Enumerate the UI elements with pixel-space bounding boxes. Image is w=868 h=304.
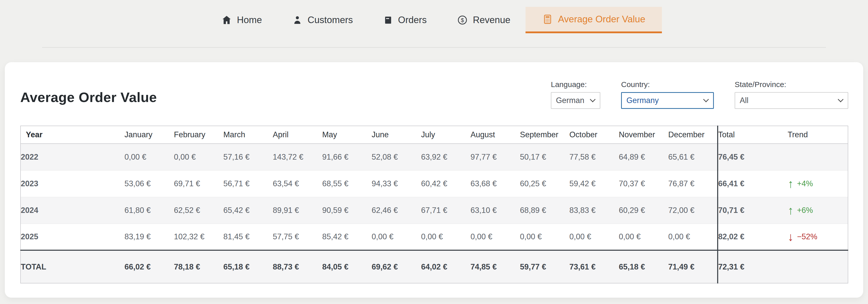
nav-item-orders[interactable]: Orders — [383, 7, 427, 33]
month-value-cell: 77,58 € — [569, 144, 619, 170]
table-row: 20220,00 €0,00 €57,16 €143,72 €91,66 €52… — [21, 144, 848, 170]
nav-item-average-order-value[interactable]: Average Order Value — [526, 7, 662, 33]
orders-icon — [383, 15, 393, 25]
chevron-down-icon — [703, 96, 709, 102]
month-value-cell: 94,33 € — [372, 170, 421, 197]
trend-cell: ↓−52% — [788, 224, 848, 250]
month-value-cell: 69,71 € — [174, 170, 223, 197]
year-cell: 2023 — [21, 170, 124, 197]
month-value-cell: 67,71 € — [421, 197, 470, 224]
month-value-cell: 64,89 € — [619, 144, 668, 170]
card-header: Average Order Value Language: German Cou… — [20, 62, 848, 109]
month-value-cell: 60,25 € — [520, 170, 569, 197]
month-value-cell: 59,77 € — [520, 250, 569, 283]
month-value-cell: 57,16 € — [223, 144, 273, 170]
month-value-cell: 81,45 € — [223, 224, 273, 250]
column-header-february: February — [174, 126, 223, 144]
month-value-cell: 71,49 € — [668, 250, 718, 283]
trend-cell — [788, 250, 848, 283]
nav-row: HomeCustomersOrders$RevenueAverage Order… — [0, 0, 868, 33]
column-header-total: Total — [718, 126, 788, 144]
nav-item-customers[interactable]: Customers — [292, 7, 353, 33]
month-value-cell: 69,62 € — [372, 250, 421, 283]
year-cell: TOTAL — [21, 250, 124, 283]
month-value-cell: 78,18 € — [174, 250, 223, 283]
page-title: Average Order Value — [20, 89, 157, 105]
trend-up-arrow-icon: ↑ — [788, 204, 794, 216]
month-value-cell: 63,54 € — [273, 170, 322, 197]
month-value-cell: 68,55 € — [322, 170, 372, 197]
month-value-cell: 90,59 € — [322, 197, 372, 224]
month-value-cell: 102,32 € — [174, 224, 223, 250]
month-value-cell: 89,91 € — [273, 197, 322, 224]
month-value-cell: 56,71 € — [223, 170, 273, 197]
month-value-cell: 143,72 € — [273, 144, 322, 170]
month-value-cell: 88,73 € — [273, 250, 322, 283]
nav-item-label: Average Order Value — [558, 14, 645, 25]
month-value-cell: 0,00 € — [569, 224, 619, 250]
year-cell: 2022 — [21, 144, 124, 170]
month-value-cell: 97,77 € — [470, 144, 520, 170]
total-value-cell: 70,71 € — [718, 197, 788, 224]
column-header-january: January — [124, 126, 174, 144]
chevron-down-icon — [838, 96, 844, 102]
month-value-cell: 65,42 € — [223, 197, 273, 224]
svg-text:$: $ — [461, 17, 464, 23]
trend-label: −52% — [797, 232, 817, 241]
table-header-row: YearJanuaryFebruaryMarchAprilMayJuneJuly… — [21, 126, 848, 144]
month-value-cell: 0,00 € — [520, 224, 569, 250]
month-value-cell: 68,89 € — [520, 197, 569, 224]
nav-item-label: Revenue — [473, 15, 510, 25]
nav-item-revenue[interactable]: $Revenue — [457, 7, 510, 33]
top-navigation: HomeCustomersOrders$RevenueAverage Order… — [0, 0, 868, 48]
month-value-cell: 63,68 € — [470, 170, 520, 197]
chevron-down-icon — [590, 96, 596, 102]
month-value-cell: 70,37 € — [619, 170, 668, 197]
month-value-cell: 83,19 € — [124, 224, 174, 250]
month-value-cell: 61,80 € — [124, 197, 174, 224]
table-row: 202353,06 €69,71 €56,71 €63,54 €68,55 €9… — [21, 170, 848, 197]
customers-icon — [292, 15, 303, 25]
column-header-june: June — [372, 126, 421, 144]
month-value-cell: 72,00 € — [668, 197, 718, 224]
state-label: State/Province: — [735, 80, 848, 89]
year-cell: 2025 — [21, 224, 124, 250]
column-header-may: May — [322, 126, 372, 144]
month-value-cell: 60,42 € — [421, 170, 470, 197]
total-value-cell: 66,41 € — [718, 170, 788, 197]
month-value-cell: 64,02 € — [421, 250, 470, 283]
trend-cell: ↑+6% — [788, 197, 848, 224]
state-select[interactable]: All — [735, 92, 848, 109]
country-select[interactable]: Germany — [621, 92, 714, 109]
month-value-cell: 0,00 € — [619, 224, 668, 250]
trend-label: +6% — [797, 206, 813, 215]
month-value-cell: 65,61 € — [668, 144, 718, 170]
month-value-cell: 50,17 € — [520, 144, 569, 170]
month-value-cell: 60,29 € — [619, 197, 668, 224]
column-header-december: December — [668, 126, 718, 144]
month-value-cell: 0,00 € — [174, 144, 223, 170]
column-header-october: October — [569, 126, 619, 144]
state-value: All — [740, 96, 748, 105]
nav-divider — [42, 47, 826, 48]
trend-down-arrow-icon: ↓ — [788, 231, 794, 243]
month-value-cell: 62,46 € — [372, 197, 421, 224]
filters: Language: German Country: Germany State/… — [551, 80, 848, 109]
column-header-september: September — [520, 126, 569, 144]
total-value-cell: 72,31 € — [718, 250, 788, 283]
column-header-march: March — [223, 126, 273, 144]
month-value-cell: 62,52 € — [174, 197, 223, 224]
total-value-cell: 76,45 € — [718, 144, 788, 170]
month-value-cell: 53,06 € — [124, 170, 174, 197]
month-value-cell: 63,92 € — [421, 144, 470, 170]
month-value-cell: 73,61 € — [569, 250, 619, 283]
month-value-cell: 59,42 € — [569, 170, 619, 197]
language-select[interactable]: German — [551, 92, 600, 109]
trend-label: +4% — [797, 179, 813, 188]
month-value-cell: 0,00 € — [124, 144, 174, 170]
column-header-year: Year — [21, 126, 124, 144]
revenue-icon: $ — [457, 15, 468, 25]
nav-item-home[interactable]: Home — [221, 7, 262, 33]
column-header-july: July — [421, 126, 470, 144]
nav-item-label: Customers — [308, 15, 353, 25]
